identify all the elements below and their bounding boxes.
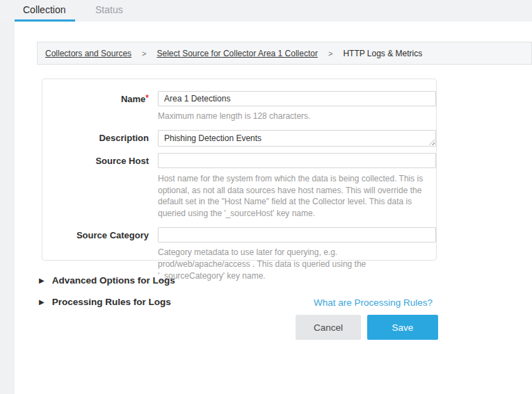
breadcrumb-separator: > bbox=[328, 49, 332, 58]
name-label-text: Name bbox=[121, 94, 145, 104]
source-host-input[interactable] bbox=[158, 153, 436, 168]
breadcrumb-current-page: HTTP Logs & Metrics bbox=[343, 49, 422, 58]
processing-rules-title: Processing Rules for Logs bbox=[52, 297, 171, 307]
tab-bar: Collection Status bbox=[0, 0, 532, 22]
breadcrumb: Collectors and Sources > Select Source f… bbox=[37, 42, 532, 65]
description-label: Description bbox=[42, 130, 158, 143]
breadcrumb-collectors-and-sources[interactable]: Collectors and Sources bbox=[45, 49, 131, 58]
description-row: Description Phishing Detection Events bbox=[42, 130, 436, 147]
source-category-input[interactable] bbox=[158, 227, 436, 243]
source-category-label: Source Category bbox=[42, 227, 158, 240]
description-field-group: Phishing Detection Events bbox=[158, 130, 436, 147]
description-textarea[interactable]: Phishing Detection Events bbox=[158, 130, 436, 147]
processing-rules-section-toggle[interactable]: ▶ Processing Rules for Logs bbox=[39, 297, 171, 307]
what-are-processing-rules-link[interactable]: What are Processing Rules? bbox=[314, 297, 433, 308]
caret-right-icon: ▶ bbox=[39, 299, 45, 306]
required-asterisk: * bbox=[145, 93, 149, 103]
source-category-help-text: Category metadata to use later for query… bbox=[158, 247, 432, 281]
cancel-button[interactable]: Cancel bbox=[296, 315, 361, 340]
description-textarea-wrap: Phishing Detection Events bbox=[158, 130, 436, 147]
name-input[interactable] bbox=[158, 91, 436, 106]
name-field-group: Maximum name length is 128 characters. bbox=[158, 91, 436, 122]
source-config-page: Collection Status Collectors and Sources… bbox=[0, 0, 532, 394]
source-category-row: Source Category Category metadata to use… bbox=[42, 227, 436, 281]
advanced-options-title: Advanced Options for Logs bbox=[52, 275, 175, 286]
breadcrumb-select-source[interactable]: Select Source for Collector Area 1 Colle… bbox=[157, 49, 318, 58]
breadcrumb-separator: > bbox=[142, 49, 146, 58]
name-label: Name* bbox=[42, 91, 158, 104]
left-gutter bbox=[0, 0, 15, 394]
source-host-label: Source Host bbox=[42, 153, 158, 166]
tab-status[interactable]: Status bbox=[95, 4, 123, 15]
source-host-field-group: Host name for the system from which the … bbox=[158, 153, 436, 227]
source-category-field-group: Category metadata to use later for query… bbox=[158, 227, 436, 281]
name-row: Name* Maximum name length is 128 charact… bbox=[42, 91, 436, 122]
caret-right-icon: ▶ bbox=[39, 277, 45, 284]
save-button[interactable]: Save bbox=[367, 315, 438, 340]
source-host-row: Source Host Host name for the system fro… bbox=[42, 153, 436, 227]
source-host-help-text: Host name for the system from which the … bbox=[158, 173, 432, 220]
source-form-card: Name* Maximum name length is 128 charact… bbox=[42, 79, 437, 261]
name-help-text: Maximum name length is 128 characters. bbox=[158, 110, 436, 122]
advanced-options-section-toggle[interactable]: ▶ Advanced Options for Logs bbox=[39, 275, 175, 286]
tab-collection[interactable]: Collection bbox=[23, 4, 65, 15]
